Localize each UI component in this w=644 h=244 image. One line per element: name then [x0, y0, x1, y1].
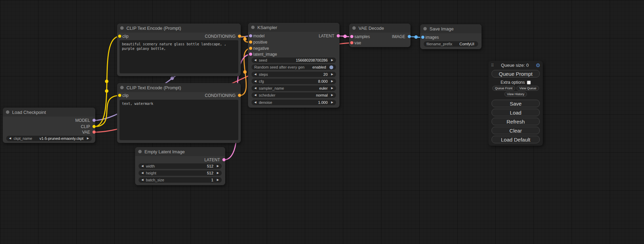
control-after-generate-widget[interactable]: Random seed after every gen enabled: [252, 64, 336, 70]
node-title-bar[interactable]: CLIP Text Encode (Prompt): [117, 83, 241, 92]
input-slot-images[interactable]: [421, 36, 424, 39]
input-slot-samples[interactable]: [350, 35, 353, 38]
clear-button[interactable]: Clear: [492, 127, 540, 134]
decrement-arrow-icon[interactable]: ◀: [254, 57, 256, 63]
output-slot-vae[interactable]: [92, 130, 96, 134]
output-slot-conditioning[interactable]: [238, 35, 241, 38]
refresh-button[interactable]: Refresh: [492, 118, 540, 125]
drag-handle-icon[interactable]: ⠿: [491, 63, 494, 68]
steps-widget[interactable]: ◀ steps 20 ▶: [252, 72, 336, 77]
input-label-positive: positive: [253, 39, 267, 45]
node-title-bar[interactable]: Load Checkpoint: [3, 108, 95, 117]
load-button[interactable]: Load: [492, 109, 540, 116]
output-label-latent: LATENT: [204, 157, 220, 163]
height-widget[interactable]: ◀ height 512 ▶: [139, 170, 222, 176]
load-default-button[interactable]: Load Default: [492, 136, 540, 143]
decrement-arrow-icon[interactable]: ◀: [141, 163, 143, 169]
node-title-bar[interactable]: VAE Decode: [349, 24, 411, 33]
increment-arrow-icon[interactable]: ▶: [217, 177, 219, 183]
collapse-dot-icon[interactable]: [120, 26, 124, 30]
decrement-arrow-icon[interactable]: ◀: [141, 170, 143, 176]
input-slot-vae[interactable]: [350, 41, 353, 44]
next-value-arrow-icon[interactable]: ▶: [331, 92, 333, 98]
settings-gear-icon[interactable]: ⚙: [536, 62, 540, 69]
prev-value-arrow-icon[interactable]: ◀: [254, 92, 256, 98]
output-label-model: MODEL: [75, 118, 90, 123]
increment-arrow-icon[interactable]: ▶: [331, 72, 333, 77]
toggle-dot[interactable]: [329, 65, 333, 69]
seed-widget[interactable]: ◀ seed 156680208700286 ▶: [252, 57, 336, 63]
collapse-dot-icon[interactable]: [120, 86, 124, 89]
input-label-vae: vae: [354, 40, 361, 46]
node-title-bar[interactable]: KSampler: [248, 23, 339, 32]
ckpt-name-widget[interactable]: ◀ ckpt_name v1-5-pruned-emaonly.ckpt ▶: [6, 136, 92, 141]
comfyui-canvas[interactable]: { "colors": { "model": "#B39DDB", "clip"…: [0, 0, 644, 244]
next-value-arrow-icon[interactable]: ▶: [331, 85, 333, 91]
node-title: Load Checkpoint: [12, 110, 46, 115]
collapse-dot-icon[interactable]: [423, 27, 427, 30]
scheduler-widget[interactable]: ◀ scheduler normal ▶: [252, 92, 336, 98]
output-slot-clip[interactable]: [92, 125, 96, 128]
width-widget[interactable]: ◀ width 512 ▶: [139, 163, 222, 169]
input-slot-clip[interactable]: [118, 35, 121, 38]
output-slot-latent[interactable]: [337, 34, 340, 37]
cfg-widget[interactable]: ◀ cfg 8.000 ▶: [252, 79, 336, 84]
output-label-latent: LATENT: [319, 33, 334, 39]
increment-arrow-icon[interactable]: ▶: [217, 170, 219, 176]
node-title-bar[interactable]: CLIP Text Encode (Prompt): [117, 24, 241, 33]
input-label-clip: clip: [122, 34, 129, 39]
widget-label: sampler_name: [259, 85, 284, 91]
output-slot-conditioning[interactable]: [238, 94, 241, 97]
batch-size-widget[interactable]: ◀ batch_size 1 ▶: [139, 177, 222, 183]
collapse-dot-icon[interactable]: [352, 26, 356, 30]
node-save-image[interactable]: Save Image images filename_prefix ComfyU…: [420, 24, 482, 49]
input-label-clip: clip: [122, 93, 129, 98]
save-button[interactable]: Save: [492, 100, 540, 107]
input-slot-latent-image[interactable]: [249, 53, 252, 56]
extra-options-checkbox[interactable]: [527, 81, 531, 84]
queue-panel-header: ⠿ Queue size: 0 ⚙: [491, 62, 540, 68]
queue-front-button[interactable]: Queue Front: [492, 86, 515, 91]
node-title-bar[interactable]: Save Image: [420, 24, 482, 33]
input-slot-model[interactable]: [249, 34, 252, 37]
increment-arrow-icon[interactable]: ▶: [331, 100, 333, 105]
queue-panel[interactable]: ⠿ Queue size: 0 ⚙ Queue Prompt Extra opt…: [488, 61, 543, 146]
node-load-checkpoint[interactable]: Load Checkpoint MODEL CLIP VAE ◀ ckpt_na…: [3, 108, 95, 143]
node-vae-decode[interactable]: VAE Decode samples vae IMAGE: [349, 24, 411, 47]
increment-arrow-icon[interactable]: ▶: [217, 163, 219, 169]
node-clip-text-encode-positive[interactable]: CLIP Text Encode (Prompt) clip CONDITION…: [117, 24, 241, 76]
node-title-bar[interactable]: Empty Latent Image: [135, 147, 225, 156]
output-slot-image[interactable]: [408, 35, 411, 38]
positive-prompt-textarea[interactable]: beautiful scenery nature glass bottle la…: [120, 40, 238, 73]
output-slot-model[interactable]: [92, 119, 96, 122]
prev-value-arrow-icon[interactable]: ◀: [254, 85, 256, 91]
decrement-arrow-icon[interactable]: ◀: [254, 72, 256, 77]
decrement-arrow-icon[interactable]: ◀: [254, 79, 256, 84]
collapse-dot-icon[interactable]: [6, 110, 9, 114]
node-ksampler[interactable]: KSampler model positive negative latent_…: [248, 23, 339, 108]
decrement-arrow-icon[interactable]: ◀: [254, 100, 256, 105]
input-slot-negative[interactable]: [249, 47, 252, 50]
denoise-widget[interactable]: ◀ denoise 1.000 ▶: [252, 100, 336, 105]
node-clip-text-encode-negative[interactable]: CLIP Text Encode (Prompt) clip CONDITION…: [117, 83, 241, 143]
collapse-dot-icon[interactable]: [251, 26, 255, 29]
increment-arrow-icon[interactable]: ▶: [331, 57, 333, 63]
next-value-arrow-icon[interactable]: ▶: [87, 136, 89, 141]
input-slot-clip[interactable]: [118, 94, 121, 97]
negative-prompt-textarea[interactable]: text, watermark: [120, 100, 238, 140]
decrement-arrow-icon[interactable]: ◀: [141, 177, 143, 183]
node-empty-latent-image[interactable]: Empty Latent Image LATENT ◀ width 512 ▶ …: [135, 147, 225, 185]
filename-prefix-widget[interactable]: filename_prefix ComfyUI: [424, 41, 478, 47]
collapse-dot-icon[interactable]: [138, 150, 142, 153]
sampler-name-widget[interactable]: ◀ sampler_name euler ▶: [252, 85, 336, 91]
input-label-negative: negative: [253, 46, 269, 51]
queue-prompt-button[interactable]: Queue Prompt: [492, 70, 540, 78]
view-queue-button[interactable]: View Queue: [517, 86, 539, 91]
input-slot-positive[interactable]: [249, 40, 252, 44]
increment-arrow-icon[interactable]: ▶: [331, 79, 333, 84]
output-slot-latent[interactable]: [222, 158, 226, 161]
widget-label: batch_size: [146, 177, 164, 183]
prev-value-arrow-icon[interactable]: ◀: [9, 136, 11, 141]
view-history-button[interactable]: View History: [504, 92, 527, 97]
output-label-conditioning: CONDITIONING: [205, 93, 236, 98]
